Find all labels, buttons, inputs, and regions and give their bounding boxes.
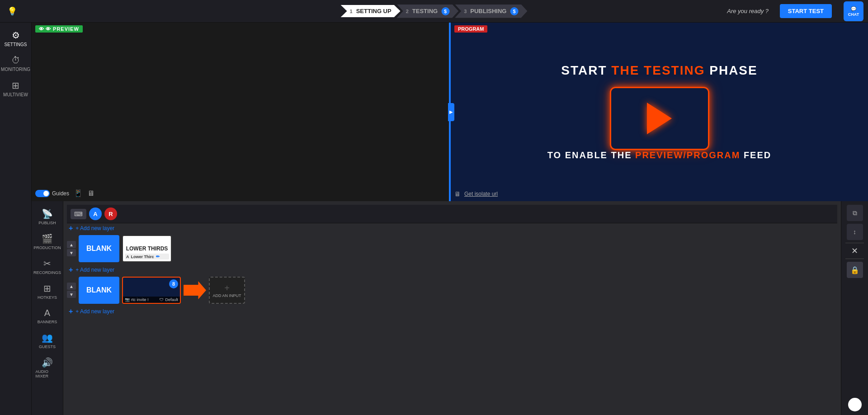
keyboard-button[interactable]: ⌨ xyxy=(71,209,86,219)
add-layer-3-plus: + xyxy=(69,307,73,316)
text-icon: A xyxy=(126,255,129,259)
isolate-url-link[interactable]: Get isolate url xyxy=(464,191,498,197)
audio-mixer-icon: 🔊 xyxy=(42,357,53,368)
layer-1-blank-card[interactable]: BLANK xyxy=(79,235,119,262)
production-label: PRODUCTION xyxy=(33,245,61,250)
left-sidebar: ⚙ SETTINGS ⏱ MONITORING ⊞ MULTIVIEW xyxy=(0,23,32,415)
resize-icon: ↕ xyxy=(853,228,856,236)
add-layer-row-3[interactable]: + + Add new layer xyxy=(67,307,837,316)
sidebar-item-settings[interactable]: ⚙ SETTINGS xyxy=(2,26,29,51)
step3-dollar: $ xyxy=(510,7,518,15)
step1-label: SETTING UP xyxy=(356,8,392,14)
scene-footer: 📷 rtc invite ! 🛡 Default xyxy=(123,297,180,303)
layer-1-up[interactable]: ▲ xyxy=(67,241,76,248)
program-panel: PROGRAM START THE TESTING PHASE TO ENABL… xyxy=(451,23,868,201)
content-area: 👁 👁 PREVIEW ▶ Guides 📱 🖥 PROGRAM xyxy=(32,23,868,415)
lower-thirds-label: LOWER THIRDS xyxy=(126,245,168,252)
chat-label: CHAT xyxy=(848,12,859,17)
monitoring-icon: ⏱ xyxy=(11,55,20,66)
program-content: START THE TESTING PHASE TO ENABLE THE PR… xyxy=(451,23,868,201)
sidebar-item-hotkeys[interactable]: ⊞ HOTKEYS xyxy=(34,279,61,303)
scene-card[interactable]: 8 📷 rtc invite ! 🛡 Default xyxy=(122,277,181,304)
add-layer-row-2[interactable]: + + Add new layer xyxy=(67,265,837,275)
program-bottom: 🖥 Get isolate url xyxy=(454,190,498,198)
banners-label: BANNERS xyxy=(38,320,57,324)
layer-1-down[interactable]: ▼ xyxy=(67,249,76,256)
banners-icon: A xyxy=(44,308,50,318)
preview-label: 👁 👁 PREVIEW xyxy=(35,25,83,33)
add-input-card[interactable]: + ADD AN INPUT xyxy=(209,277,245,304)
lock-button[interactable]: 🔒 xyxy=(847,262,863,278)
add-layer-2-plus: + xyxy=(69,266,73,274)
sidebar-item-multiview[interactable]: ⊞ MULTIVIEW xyxy=(2,76,29,101)
step2-label: TESTING xyxy=(412,8,438,14)
collapse-toggle[interactable]: ▶ xyxy=(448,103,454,121)
publish-icon: 📡 xyxy=(42,208,53,219)
lower-thirds-card[interactable]: LOWER THIRDS A Lower Thirc ✏ xyxy=(122,235,172,262)
preview-screen-icon[interactable]: 🖥 xyxy=(87,189,94,198)
monitor-icon: 🖥 xyxy=(454,190,461,198)
hotkeys-label: HOTKEYS xyxy=(38,295,57,300)
topbar-steps: 1 SETTING UP 2 TESTING $ 3 PUBLISHING $ xyxy=(341,5,528,18)
scene-footer-right: 🛡 Default xyxy=(160,297,178,302)
guides-label: Guides xyxy=(52,190,69,197)
chat-button[interactable]: 💬 CHAT xyxy=(844,1,863,21)
preview-panel: 👁 👁 PREVIEW ▶ Guides 📱 🖥 xyxy=(32,23,451,201)
sidebar-item-production[interactable]: 🎬 PRODUCTION xyxy=(34,230,61,254)
guests-icon: 👥 xyxy=(42,332,53,343)
sidebar-item-recordings[interactable]: ✂ RECORDINGS xyxy=(34,255,61,278)
sidebar-item-monitoring[interactable]: ⏱ MONITORING xyxy=(2,52,29,75)
close-icon: ✕ xyxy=(851,246,858,255)
add-layer-row-1[interactable]: + + Add new layer xyxy=(67,223,837,233)
scene-footer-left: 📷 rtc invite ! xyxy=(125,297,149,302)
step-2[interactable]: 2 TESTING $ xyxy=(397,5,458,18)
layer-group-1: + + Add new layer ▲ ▼ BLANK LOWER THIRDS xyxy=(67,223,837,262)
sidebar-item-guests[interactable]: 👥 GUESTS xyxy=(34,329,61,353)
arrow-card: 9 xyxy=(184,277,206,304)
layer-row-1: ▲ ▼ BLANK LOWER THIRDS A Lower Thirc ✏ xyxy=(67,235,837,262)
layer-1-arrows: ▲ ▼ xyxy=(67,241,76,256)
start-test-button[interactable]: START TEST xyxy=(780,4,832,18)
play-triangle xyxy=(647,103,672,134)
sidebar-label-multiview: MULTIVIEW xyxy=(3,92,28,97)
add-layer-1-label: + Add new layer xyxy=(75,225,114,231)
program-subtitle: TO ENABLE THE PREVIEW/PROGRAM FEED xyxy=(547,150,771,160)
layer-2-up[interactable]: ▲ xyxy=(67,283,76,290)
layer-row-2: ▲ ▼ BLANK 8 📷 rtc invite ! xyxy=(67,277,837,304)
sidebar-label-monitoring: MONITORING xyxy=(1,67,30,72)
sidebar-item-publish[interactable]: 📡 PUBLISH xyxy=(34,205,61,229)
shield-icon: 🛡 xyxy=(160,297,164,302)
chat-bubble-icon xyxy=(848,398,862,411)
bottom-left-sidebar: 📡 PUBLISH 🎬 PRODUCTION ✂ RECORDINGS ⊞ HO… xyxy=(32,201,63,415)
step-1[interactable]: 1 SETTING UP xyxy=(341,5,401,17)
publish-label: PUBLISH xyxy=(38,221,56,225)
neon-play-box xyxy=(610,87,709,150)
edit-pencil-icon[interactable]: ✏ xyxy=(156,254,160,259)
orange-arrow-shape: 9 xyxy=(184,281,206,299)
program-label: PROGRAM xyxy=(454,25,487,33)
guides-toggle-switch[interactable] xyxy=(35,190,50,197)
lower-thirds-caption: A Lower Thirc ✏ xyxy=(125,254,169,259)
resize-icon-btn[interactable]: ↕ xyxy=(847,224,863,240)
main-layout: ⚙ SETTINGS ⏱ MONITORING ⊞ MULTIVIEW 👁 👁 … xyxy=(0,23,868,415)
sidebar-item-audio-mixer[interactable]: 🔊 AUDIO MIXER xyxy=(34,354,61,382)
guides-toggle[interactable]: Guides xyxy=(35,190,69,197)
close-button[interactable]: ✕ xyxy=(851,246,858,256)
add-input-plus: + xyxy=(224,283,230,293)
sidebar-item-banners[interactable]: A BANNERS xyxy=(34,304,61,328)
production-icon: 🎬 xyxy=(42,233,53,244)
guests-label: GUESTS xyxy=(39,344,56,349)
settings-icon: ⚙ xyxy=(12,30,20,41)
layer-controls-row: ⌨ A R xyxy=(67,205,837,223)
copy-icon: ⧉ xyxy=(853,209,857,217)
layer-2-blank-card[interactable]: BLANK xyxy=(79,277,119,304)
layer-group-2: + + Add new layer ▲ ▼ BLANK 8 xyxy=(67,265,837,304)
auto-button[interactable]: A xyxy=(89,208,102,220)
scene-num-badge: 8 xyxy=(169,279,178,288)
preview-mobile-icon[interactable]: 📱 xyxy=(74,189,83,198)
layer-2-down[interactable]: ▼ xyxy=(67,291,76,298)
copy-icon-btn[interactable]: ⧉ xyxy=(847,205,863,221)
add-input-label: ADD AN INPUT xyxy=(212,293,241,298)
step-3[interactable]: 3 PUBLISHING $ xyxy=(455,5,527,18)
reset-button[interactable]: R xyxy=(104,208,117,220)
